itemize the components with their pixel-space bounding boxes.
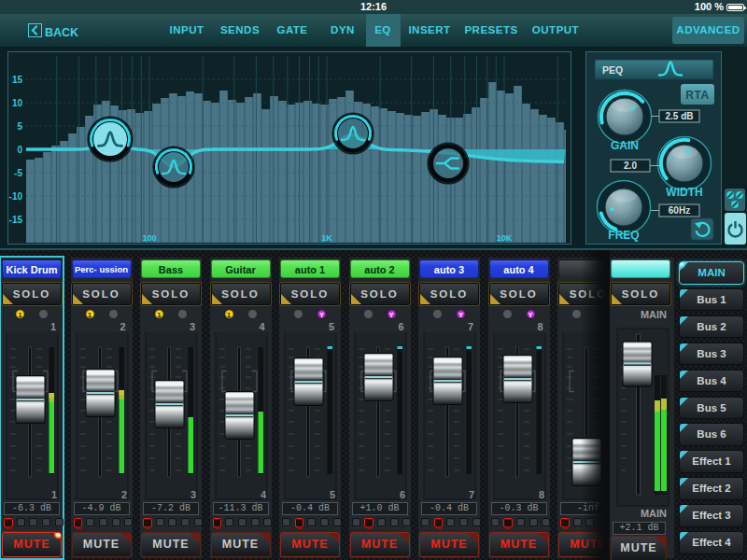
svg-text:PEQ: PEQ	[602, 64, 623, 76]
svg-text:7: 7	[469, 489, 474, 500]
svg-text:10K: 10K	[497, 233, 513, 243]
svg-text:2: 2	[120, 489, 126, 500]
svg-text:-15: -15	[9, 215, 23, 225]
svg-text:6: 6	[399, 489, 404, 500]
svg-text:8: 8	[538, 489, 543, 500]
svg-text:10: 10	[12, 98, 23, 108]
svg-text:3: 3	[190, 489, 196, 500]
svg-text:2.5 dB: 2.5 dB	[665, 111, 693, 121]
svg-text:FREQ: FREQ	[608, 229, 639, 242]
svg-text:100: 100	[142, 233, 156, 243]
svg-text:4: 4	[260, 489, 266, 500]
svg-text:0: 0	[17, 145, 22, 155]
svg-text:WIDTH: WIDTH	[666, 186, 702, 199]
svg-text:1: 1	[51, 489, 57, 500]
svg-text:-5: -5	[14, 168, 22, 178]
svg-text:RTA: RTA	[685, 89, 709, 102]
svg-text:2.0: 2.0	[624, 161, 637, 171]
svg-text:5: 5	[330, 489, 335, 500]
svg-text:1K: 1K	[321, 233, 332, 243]
svg-text:5: 5	[17, 121, 22, 132]
svg-text:GAIN: GAIN	[611, 139, 639, 152]
svg-text:-10: -10	[9, 191, 23, 202]
svg-text:15: 15	[12, 75, 23, 85]
svg-text:60Hz: 60Hz	[669, 205, 690, 216]
